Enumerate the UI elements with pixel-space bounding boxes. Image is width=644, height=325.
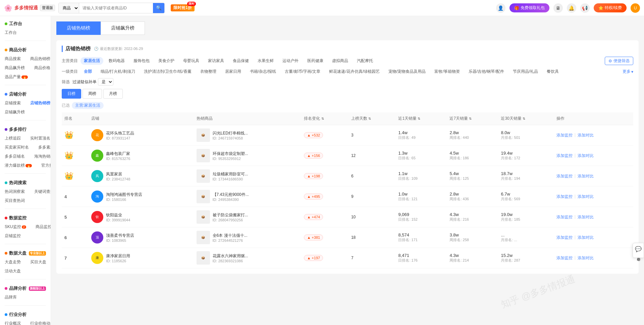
day7-rank: 周排名: 125 [449, 176, 495, 181]
bigdata-badge: 专业版以上 [29, 251, 46, 256]
main-cat-furniture[interactable]: 家访家具 [205, 57, 227, 65]
sidebar-item-select-product[interactable]: 选品产量🔥 [0, 72, 51, 82]
sub-cat-8[interactable]: 宠物/宠物食品及用品 [385, 68, 429, 75]
avatar-small[interactable]: 👤 [496, 3, 505, 13]
search-button[interactable]: 🔍 [153, 3, 164, 13]
sidebar-item-bigdata-category[interactable]: 买目大盘 [25, 258, 51, 267]
sidebar-item-rank-buyer[interactable]: 买卖家买时名 [0, 143, 34, 152]
main-cat-beauty[interactable]: 美食介护 [155, 57, 178, 65]
promo-banner[interactable]: 限时 限时抢1折 [171, 4, 195, 11]
sidebar-title-label: 品牌分析 [9, 285, 26, 291]
sub-cat-9[interactable]: 富牧/筝箱物资 [431, 68, 463, 75]
tab-shop-hot[interactable]: 店铺热销榜 [56, 21, 101, 35]
notification-icon[interactable]: 📢 [580, 3, 590, 13]
main-cat-digital[interactable]: 数码电器 [105, 57, 128, 65]
main-cat-auto[interactable]: 汽配摩托 [354, 57, 376, 65]
sidebar-item-industry-overview[interactable]: 行业概况 [0, 319, 25, 325]
sidebar-item-workbench[interactable]: 工作台 [0, 28, 51, 37]
sub-cat-11[interactable]: 节庆用品/礼品 [509, 68, 541, 75]
period-tab-month[interactable]: 月榜 [103, 89, 123, 99]
sidebar-item-product-rise[interactable]: 商品飙升榜 [0, 63, 30, 72]
col-day30[interactable]: 近30天销量 [498, 112, 553, 125]
add-monitor-link[interactable]: 添加监控 [556, 194, 573, 200]
sidebar-item-product-price[interactable]: 商品价格 [30, 63, 51, 72]
sidebar-item-bigdata-activity[interactable]: 活动大盘 [0, 267, 51, 276]
selected-tag-0[interactable]: 主营:家居生活 [72, 102, 104, 109]
sidebar-item-rank-realtime[interactable]: 实时置顶名 [25, 134, 51, 143]
filter-value-select[interactable]: 是 否 [98, 78, 113, 86]
sidebar-item-product-monitor[interactable]: 商品监控3 [31, 222, 51, 231]
search-category-select[interactable]: 商品 [59, 3, 79, 13]
sidebar-item-product-search[interactable]: 商品搜索 [0, 54, 25, 63]
main-cat-baby[interactable]: 母婴玩具 [180, 57, 203, 65]
add-monitor-link[interactable]: 添加监控 [556, 153, 573, 159]
add-compare-link[interactable]: 添加对比 [578, 132, 594, 138]
add-monitor-link[interactable]: 添加监控 [556, 214, 573, 220]
bell-icon[interactable]: 🔔 [567, 3, 576, 13]
add-monitor-link[interactable]: 添加监控 [556, 255, 573, 261]
sub-cat-10[interactable]: 乐器/吉他/钢琴/配件 [465, 68, 507, 75]
sidebar-item-rank-track[interactable]: 上榜追踪 [0, 134, 25, 143]
sidebar-item-rank-duoduo[interactable]: 多多素材排名 [34, 143, 51, 152]
sub-cat-5[interactable]: 书籍/杂志/报纸 [247, 68, 280, 75]
sidebar-item-shop-rise[interactable]: 店铺飙升榜 [0, 108, 51, 117]
add-compare-link[interactable]: 添加对比 [578, 235, 594, 240]
more-button[interactable]: 更多 ▾ [623, 69, 633, 74]
add-compare-link[interactable]: 添加对比 [578, 214, 594, 220]
sidebar-item-industry-price[interactable]: 行业价格动向 [25, 319, 51, 325]
main-cat-medical[interactable]: 医药健康 [304, 57, 327, 65]
main-cat-sport[interactable]: 运动户外 [279, 57, 302, 65]
monitor-icon[interactable]: 🖥 [553, 3, 563, 13]
chat-icon[interactable]: 💬 [635, 246, 642, 252]
sidebar-item-bigdata-trend[interactable]: 大盘走势 [0, 258, 25, 267]
main-cat-fruit[interactable]: 水果生鲜 [254, 57, 277, 65]
sidebar-item-shop-monitor[interactable]: 店铺监控 [0, 231, 51, 240]
main-cat-food[interactable]: 食品保健 [229, 57, 252, 65]
sidebar-item-category-hotword[interactable]: 买目查热词 [0, 196, 51, 205]
sub-cat-3[interactable]: 衣物整理 [197, 68, 220, 75]
add-compare-link[interactable]: 添加对比 [578, 173, 594, 179]
sidebar-item-hotword-insight[interactable]: 热词洞察索 [0, 187, 30, 196]
main-cat-home[interactable]: 家居生活 [80, 57, 103, 65]
sub-cat-all[interactable]: 全部 [80, 68, 95, 75]
col-rank-change[interactable]: 排名变化 [301, 112, 348, 125]
sidebar-item-rank-haitao[interactable]: 海淘热销榜 [30, 152, 51, 161]
main-cat-fashion[interactable]: 服饰包包 [130, 57, 153, 65]
col-shop: 店铺 [89, 112, 194, 125]
sidebar-item-rank-shop[interactable]: 多多店铺名 [0, 152, 30, 161]
gift-button[interactable]: 🎁 免费领取礼包 [509, 3, 549, 12]
col-day7[interactable]: 近7天销量 [447, 112, 498, 125]
sub-cat-1[interactable]: 细品/打火机/剃须刀 [97, 68, 139, 75]
add-monitor-link[interactable]: 添加监控 [556, 132, 573, 138]
rank-number: 4 [64, 194, 67, 199]
recommend-button[interactable]: ⚙ 便捷筛选 [605, 57, 633, 65]
sidebar-item-rank-potential[interactable]: 潜力爆款榜🔥 [0, 161, 37, 170]
sub-cat-7[interactable]: 鲜花速递/花卉仿真/绿植园艺 [326, 68, 383, 75]
add-compare-link[interactable]: 添加对比 [578, 194, 594, 200]
col-day1[interactable]: 近1天销量 [395, 112, 447, 125]
sub-cat-12[interactable]: 餐饮具 [543, 68, 562, 75]
privilege-button[interactable]: ⭐ 特权/续费 [594, 3, 627, 12]
tab-shop-rise[interactable]: 店铺飙升榜 [101, 21, 145, 35]
sidebar-item-shop-hot[interactable]: 店铺热销榜 [25, 99, 51, 108]
search-input[interactable] [79, 6, 153, 10]
add-compare-link[interactable]: 添加对比 [578, 255, 594, 261]
main-layout: 工作台 工作台 商品分析 商品搜索 商品热销榜new 商品飙升榜 商品价格 选品… [0, 16, 644, 325]
period-tab-week[interactable]: 周榜 [83, 89, 102, 99]
sub-cat-4[interactable]: 居家日用 [222, 68, 245, 75]
period-tab-day[interactable]: 日榜 [62, 89, 81, 99]
add-monitor-link[interactable]: 添加监控 [556, 235, 573, 240]
sidebar-item-rank-official[interactable]: 官方推荐榜new [37, 161, 51, 170]
sub-cat-2[interactable]: 洗护清洁剂/卫生巾/纸/香薰 [141, 68, 195, 75]
sidebar-item-product-hot[interactable]: 商品热销榜new [25, 54, 51, 63]
sidebar-item-shop-search[interactable]: 店铺搜索 [0, 99, 25, 108]
col-days-on[interactable]: 上榜天数 [348, 112, 396, 125]
sub-cat-6[interactable]: 古董/邮币/字画/文章 [281, 68, 324, 75]
main-cat-virtual[interactable]: 虚拟商品 [329, 57, 352, 65]
add-compare-link[interactable]: 添加对比 [578, 153, 594, 159]
sidebar-item-sku-monitor[interactable]: SKU监控2 [0, 222, 31, 231]
sidebar-item-brand-library[interactable]: 品牌库 [0, 293, 51, 302]
user-avatar[interactable]: U [631, 3, 640, 13]
sidebar-item-keyword-rank[interactable]: 关键词查排名 [30, 187, 51, 196]
add-monitor-link[interactable]: 添加监控 [556, 173, 573, 179]
